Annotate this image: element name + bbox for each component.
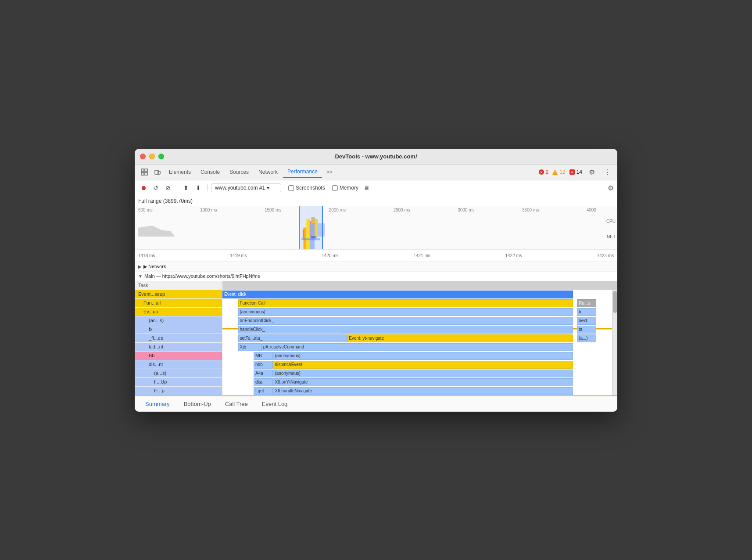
next-block[interactable]: next xyxy=(577,317,596,325)
inspector-icon[interactable] xyxy=(138,166,150,178)
warning-badge: ! 12 xyxy=(552,169,565,175)
settings-button[interactable]: ⚙ xyxy=(586,166,598,178)
label-an-s: (an...s) xyxy=(135,316,222,325)
label-f-up: f....Up xyxy=(135,378,222,387)
svg-rect-17 xyxy=(306,219,310,249)
network-collapse-icon[interactable]: ▶ xyxy=(138,264,142,269)
dispatch-event-block[interactable]: dispatchEvent xyxy=(273,361,573,369)
xjb-block[interactable]: Xjb xyxy=(238,343,261,351)
anonymous-block-1[interactable]: (anonymous) xyxy=(238,308,573,316)
url-value: www.youtube.com #1 xyxy=(215,185,265,191)
pa-resolve-block[interactable]: pA.resolveCommand xyxy=(261,343,573,351)
svg-text:✕: ✕ xyxy=(570,170,574,175)
onendpointclick-block[interactable]: onEndpointClick_ xyxy=(238,317,573,325)
a4a-block[interactable]: A4a xyxy=(254,370,273,377)
screenshots-label: Screenshots xyxy=(296,185,325,191)
separator-1 xyxy=(177,184,177,191)
full-range-label: Full range (3899.70ms) xyxy=(135,196,617,206)
tab-sources[interactable]: Sources xyxy=(225,166,253,178)
zoom-1419: 1419 ms xyxy=(230,253,247,258)
main-row[interactable]: ▼ Main — https://www.youtube.com/shorts/… xyxy=(135,272,617,281)
tab-call-tree[interactable]: Call Tree xyxy=(218,396,255,412)
x6-handle-block[interactable]: X6.handleNavigate xyxy=(273,387,573,395)
function-call-block[interactable]: Function Call xyxy=(238,299,573,307)
svg-rect-5 xyxy=(158,171,160,174)
ruler-1000: 1000 ms xyxy=(200,208,217,212)
zoom-timeline: 1418 ms 1419 ms 1420 ms 1421 ms 1422 ms … xyxy=(135,250,617,262)
label-fun-all: Fun...all xyxy=(135,299,222,308)
network-row[interactable]: ▶ ▶ Network xyxy=(135,262,617,272)
ta-block[interactable]: ta xyxy=(577,326,596,334)
tab-elements[interactable]: Elements xyxy=(165,166,195,178)
tab-network[interactable]: Network xyxy=(254,166,282,178)
scrollbar[interactable] xyxy=(612,290,617,395)
cpu-chart xyxy=(138,215,600,237)
x6-navigate-block[interactable]: X6.onYtNavigate xyxy=(273,378,573,386)
mb-block[interactable]: MB xyxy=(254,352,273,360)
rus-block[interactable]: Ru...s xyxy=(577,299,596,307)
task-text: Task xyxy=(138,283,148,288)
svg-rect-1 xyxy=(145,169,147,172)
download-button[interactable]: ⬇ xyxy=(193,183,204,193)
url-selector[interactable]: www.youtube.com #1 ▾ xyxy=(211,183,281,192)
ruler-4000: 4000 xyxy=(587,208,596,212)
yt-navigate-block[interactable]: Event: yt-navigate xyxy=(347,334,573,342)
selection-spike xyxy=(300,206,322,249)
devtools-window: DevTools - www.youtube.com/ Elements Con… xyxy=(135,149,617,412)
clear-button[interactable]: ⊘ xyxy=(163,183,173,193)
error-count: 2 xyxy=(546,169,549,175)
ruler-500: 500 ms xyxy=(138,208,153,212)
tab-console[interactable]: Console xyxy=(196,166,224,178)
sette-block[interactable]: setTe...ata_ xyxy=(238,334,347,342)
ruler-labels: 500 ms 1000 ms 1500 ms 2000 ms 2500 ms 3… xyxy=(135,208,600,212)
timeline-selection[interactable] xyxy=(299,206,323,249)
timeline-ruler[interactable]: 500 ms 1000 ms 1500 ms 2000 ms 2500 ms 3… xyxy=(135,206,617,250)
task-content xyxy=(222,281,617,290)
ruler-2500: 2500 ms xyxy=(393,208,410,212)
net-label: NET xyxy=(607,234,616,239)
memory-checkbox[interactable] xyxy=(332,185,338,191)
nbb-block[interactable]: nbb xyxy=(254,361,273,369)
reload-record-button[interactable]: ↺ xyxy=(150,183,161,193)
dka-block[interactable]: dka xyxy=(254,378,273,386)
zoom-1421: 1421 ms xyxy=(413,253,430,258)
cpu-label: CPU xyxy=(606,219,616,224)
tab-performance[interactable]: Performance xyxy=(283,166,322,178)
tab-bottom-up[interactable]: Bottom-Up xyxy=(177,396,218,412)
more-options-button[interactable]: ⋮ xyxy=(602,166,614,178)
label-fi-es: _fi...es xyxy=(135,334,222,343)
label-a-s: (a...s) xyxy=(135,369,222,378)
label-event-seup: Event...seup xyxy=(135,290,222,299)
label-kd-nt: k.d...nt xyxy=(135,343,222,352)
ruler-2000: 2000 ms xyxy=(329,208,346,212)
cpu-icon[interactable]: 🖥 xyxy=(364,184,370,191)
screenshots-checkbox[interactable] xyxy=(288,185,294,191)
svg-text:✕: ✕ xyxy=(540,170,543,175)
handleclick-block[interactable]: handleClick_ xyxy=(238,326,573,334)
ruler-1500: 1500 ms xyxy=(265,208,281,212)
more-tabs-button[interactable]: >> xyxy=(323,167,336,177)
upload-button[interactable]: ⬆ xyxy=(181,183,191,193)
device-toggle-icon[interactable] xyxy=(151,166,164,178)
minimize-button[interactable] xyxy=(149,154,155,159)
flame-rows-container: Event...seup Fun...all Ev...up (an...s) … xyxy=(135,290,617,395)
tab-summary[interactable]: Summary xyxy=(138,396,177,412)
close-button[interactable] xyxy=(140,154,146,159)
titlebar: DevTools - www.youtube.com/ xyxy=(135,149,617,165)
record-button[interactable]: ⏺ xyxy=(138,183,149,193)
tab-event-log[interactable]: Event Log xyxy=(255,396,295,412)
event-click-block[interactable]: Event: click xyxy=(222,291,573,298)
main-collapse-icon[interactable]: ▼ xyxy=(138,274,143,279)
a-block[interactable]: (a...) xyxy=(577,334,596,342)
b-block[interactable]: b xyxy=(577,308,596,316)
zoom-1423: 1423 ms xyxy=(597,253,614,258)
fget-block[interactable]: f.get xyxy=(254,387,273,395)
memory-checkbox-group: Memory xyxy=(332,185,358,191)
scrollbar-thumb[interactable] xyxy=(613,291,617,313)
anonymous-block-3[interactable]: (anonymous) xyxy=(273,370,573,377)
anonymous-block-2[interactable]: (anonymous) xyxy=(273,352,573,360)
window-title: DevTools - www.youtube.com/ xyxy=(335,153,417,160)
maximize-button[interactable] xyxy=(158,154,164,159)
screenshots-checkbox-group: Screenshots xyxy=(288,185,325,191)
toolbar-settings-button[interactable]: ⚙ xyxy=(608,184,614,192)
